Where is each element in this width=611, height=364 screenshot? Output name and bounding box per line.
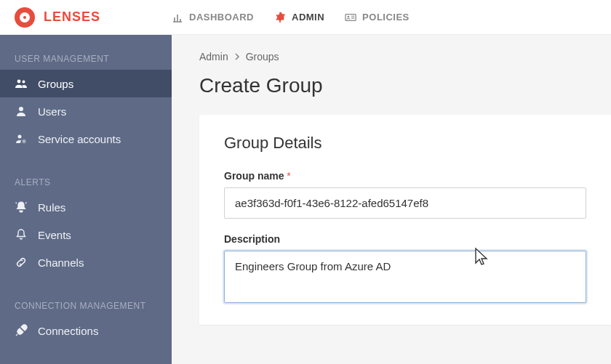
sidebar-item-users[interactable]: Users — [0, 97, 172, 125]
sidebar-item-connections[interactable]: Connections — [0, 317, 172, 344]
sidebar-groups-label: Groups — [38, 78, 73, 90]
group-details-card: Group Details Group name * Description — [199, 115, 611, 325]
link-icon — [15, 256, 28, 269]
sidebar-connections-label: Connections — [38, 325, 98, 337]
sidebar-events-label: Events — [38, 229, 71, 241]
sidebar-item-events[interactable]: Events — [0, 221, 172, 248]
svg-point-5 — [18, 135, 22, 139]
sidebar-rules-label: Rules — [38, 201, 65, 214]
svg-rect-0 — [346, 14, 356, 20]
sidebar-heading-user-management: USER MANAGEMENT — [0, 48, 172, 70]
cog-user-icon — [15, 132, 28, 145]
svg-point-2 — [17, 80, 21, 84]
sidebar-users-label: Users — [38, 105, 66, 118]
bar-chart-icon — [172, 12, 183, 23]
gear-icon — [274, 12, 286, 23]
svg-point-4 — [19, 107, 23, 111]
sidebar-item-rules[interactable]: Rules — [0, 193, 172, 221]
group-name-input[interactable] — [224, 187, 586, 219]
nav-dashboard[interactable]: DASHBOARD — [172, 12, 254, 23]
sidebar-channels-label: Channels — [38, 256, 84, 269]
nav-policies-label: POLICIES — [362, 12, 410, 23]
breadcrumb-admin[interactable]: Admin — [199, 51, 228, 62]
user-icon — [15, 105, 28, 118]
breadcrumb: Admin Groups — [199, 51, 611, 62]
sidebar-item-channels[interactable]: Channels — [0, 248, 172, 276]
sidebar-heading-alerts: ALERTS — [0, 171, 172, 193]
sidebar: USER MANAGEMENT Groups Users Service acc… — [0, 35, 172, 364]
plug-icon — [15, 324, 28, 337]
nav-dashboard-label: DASHBOARD — [189, 12, 254, 23]
brand-name: LENSES — [44, 9, 100, 25]
users-group-icon — [15, 77, 28, 90]
sidebar-item-service-accounts[interactable]: Service accounts — [0, 125, 172, 153]
description-label: Description — [224, 233, 586, 245]
svg-point-1 — [348, 15, 350, 17]
card-title: Group Details — [224, 134, 586, 153]
chevron-right-icon — [234, 51, 240, 62]
sidebar-service-accounts-label: Service accounts — [38, 133, 121, 145]
nav-policies[interactable]: POLICIES — [345, 12, 410, 23]
svg-point-6 — [23, 140, 25, 142]
description-textarea[interactable] — [224, 251, 586, 303]
id-card-icon — [345, 12, 356, 23]
bell-icon — [15, 228, 28, 241]
svg-point-3 — [23, 81, 25, 84]
nav-admin[interactable]: ADMIN — [274, 12, 324, 23]
page-title: Create Group — [199, 74, 611, 97]
nav-admin-label: ADMIN — [292, 12, 324, 23]
breadcrumb-groups[interactable]: Groups — [246, 51, 279, 62]
sidebar-heading-connection-management: CONNECTION MANAGEMENT — [0, 295, 172, 317]
group-name-label: Group name * — [224, 170, 586, 182]
brand-logo-icon — [15, 7, 35, 28]
bell-alert-icon — [15, 201, 28, 214]
sidebar-item-groups[interactable]: Groups — [0, 70, 172, 97]
